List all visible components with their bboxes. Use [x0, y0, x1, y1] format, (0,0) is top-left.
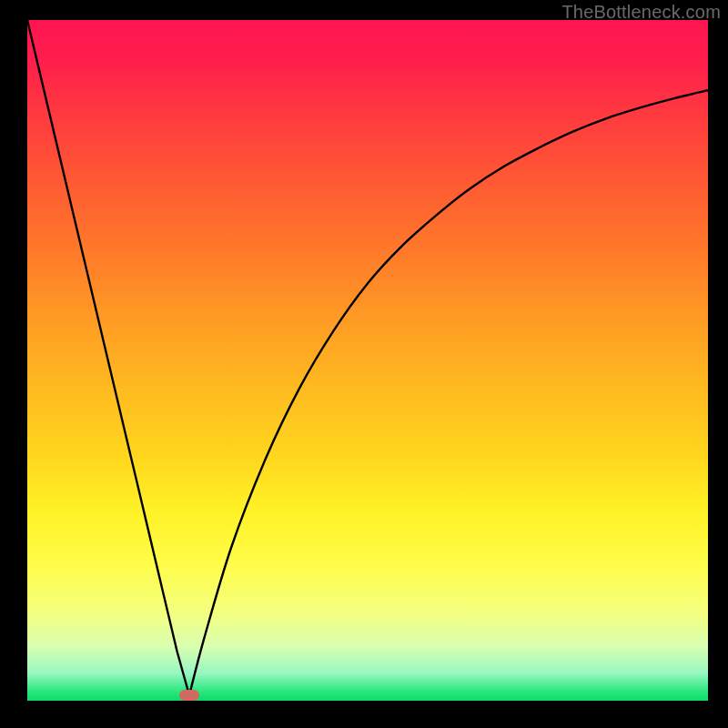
bottleneck-curve: [27, 20, 708, 695]
curve-svg: [27, 20, 708, 701]
plot-area: [27, 20, 708, 701]
chart-frame: TheBottleneck.com: [0, 0, 728, 728]
optimum-marker: [179, 690, 199, 701]
watermark-text: TheBottleneck.com: [561, 2, 721, 23]
